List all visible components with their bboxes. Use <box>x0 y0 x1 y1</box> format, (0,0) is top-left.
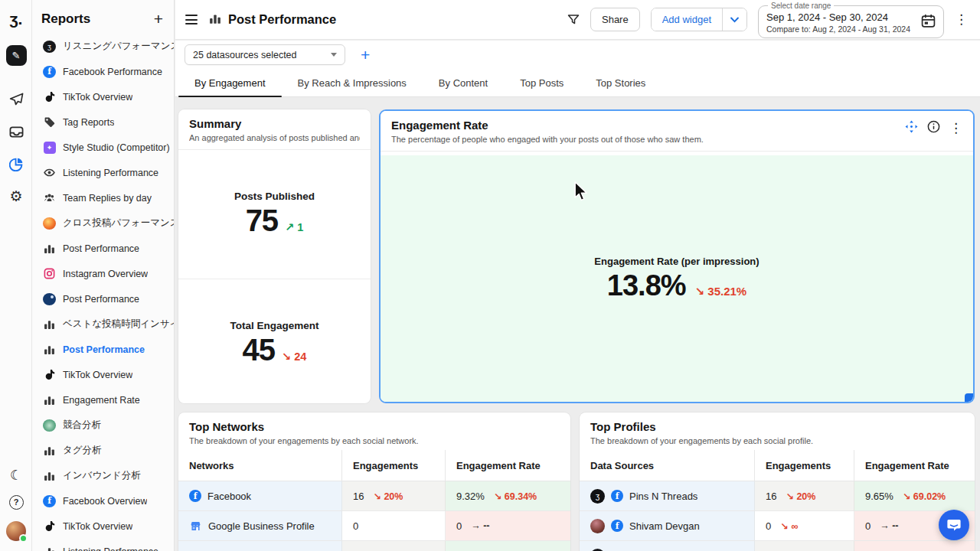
drag-move-icon[interactable] <box>905 120 918 136</box>
sidebar-item-post-performance-active[interactable]: Post Performance <box>32 337 174 362</box>
date-range-legend: Select date range <box>768 2 834 10</box>
add-widget-button[interactable]: Add widget <box>652 8 722 31</box>
sidebar-item-tag-analysis-jp[interactable]: タグ分析 <box>32 438 174 463</box>
settings-gear-icon[interactable]: ⚙ <box>0 188 32 204</box>
collapse-sidebar-icon[interactable] <box>185 15 198 24</box>
sidebar-item-tag-reports[interactable]: Tag Reports <box>32 109 174 135</box>
date-range-compare: Compare to: Aug 2, 2024 - Aug 31, 2024 <box>766 24 910 34</box>
smart-inbox-icon[interactable] <box>0 124 32 139</box>
top-profiles-subtitle: The breakdown of your engagements by eac… <box>590 436 964 445</box>
sidebar-item-team-replies[interactable]: Team Replies by day <box>32 185 174 210</box>
tiktok-icon <box>43 368 56 381</box>
top-profiles-table: Data Sources Engagements Engagement Rate… <box>580 450 975 551</box>
share-button[interactable]: Share <box>590 8 640 31</box>
sidebar-item-tiktok-overview[interactable]: TikTok Overview <box>32 84 174 109</box>
column-header[interactable]: Engagements <box>755 450 854 481</box>
tag-icon <box>43 116 56 129</box>
sidebar-item-best-time-jp[interactable]: ベストな投稿時間インサイト <box>32 311 174 337</box>
resize-handle[interactable] <box>965 393 975 403</box>
sidebar-item-listening-performance[interactable]: Listening Performance <box>32 160 174 185</box>
top-networks-title: Top Networks <box>189 420 560 433</box>
column-header[interactable]: Engagement Rate <box>854 450 975 481</box>
widget-subtitle: The percentage of people who engaged wit… <box>391 135 704 144</box>
sidebar-item-tiktok-overview-2[interactable]: TikTok Overview <box>32 362 174 387</box>
publish-plane-icon[interactable] <box>0 92 32 107</box>
tab-by-reach-impressions[interactable]: By Reach & Impressions <box>282 69 423 96</box>
summary-card[interactable]: Summary An aggregated analysis of posts … <box>178 109 371 403</box>
column-header[interactable]: Engagement Rate <box>446 450 570 481</box>
sidebar-item-tiktok-overview-3[interactable]: TikTok Overview <box>32 514 174 539</box>
sidebar-item-inbound-jp[interactable]: インバウンド分析 <box>32 463 174 488</box>
column-header[interactable]: Data Sources <box>580 450 755 481</box>
brand-logo-icon: ʒ. <box>0 9 32 29</box>
top-networks-subtitle: The breakdown of your engagements by eac… <box>189 436 560 445</box>
network-cell-facebook[interactable]: fFacebook <box>178 481 342 511</box>
add-widget-split-button: Add widget <box>651 8 747 31</box>
bar-chart-icon <box>43 318 56 331</box>
network-cell-google-business[interactable]: Google Business Profile <box>178 511 342 541</box>
tab-by-content[interactable]: By Content <box>423 69 504 96</box>
datasource-bar: 25 datasources selected + <box>175 41 980 69</box>
column-header[interactable]: Engagements <box>342 450 446 481</box>
compose-icon[interactable]: ✎ <box>0 44 32 66</box>
sidebar-item-competitor-jp[interactable]: 競合分析 <box>32 412 174 438</box>
facebook-icon: f <box>43 66 56 78</box>
sidebar-item-engagement-rate[interactable]: Engagement Rate <box>32 387 174 412</box>
info-icon[interactable] <box>927 120 940 136</box>
chevron-down-icon <box>331 53 337 57</box>
listening-badge-icon: ʒ <box>43 41 56 53</box>
chat-launcher[interactable] <box>939 510 969 540</box>
date-range-picker[interactable]: Select date range Sep 1, 2024 - Sep 30, … <box>758 2 944 38</box>
tab-top-posts[interactable]: Top Posts <box>504 69 580 96</box>
top-profiles-title: Top Profiles <box>590 420 964 433</box>
tab-by-engagement[interactable]: By Engagement <box>178 69 282 96</box>
sidebar-item-cross-post-jp[interactable]: クロス投稿パフォーマンス <box>32 210 174 236</box>
top-profiles-card[interactable]: Top Profiles The breakdown of your engag… <box>580 412 975 551</box>
emoji-icon <box>43 217 56 230</box>
dark-mode-moon-icon[interactable]: ☾ <box>0 468 32 483</box>
sidebar-item-facebook-overview[interactable]: fFacebook Overview <box>32 488 174 514</box>
green-circle-icon <box>43 419 56 432</box>
widget-body: Engagement Rate (per impression) 13.8% ↘… <box>381 155 973 402</box>
header-overflow-menu-icon[interactable]: ⋮ <box>955 11 968 28</box>
tiktok-icon <box>43 520 56 533</box>
partial-row-cell <box>342 541 446 551</box>
add-report-button[interactable]: + <box>154 11 163 27</box>
calendar-icon[interactable] <box>921 14 936 31</box>
partial-row-cell <box>178 541 342 551</box>
profile-cell-shivam-devgan[interactable]: fShivam Devgan <box>580 511 755 541</box>
engagement-rate-change: ↘ 35.21% <box>695 285 747 298</box>
sidebar-item-listening-partial[interactable]: Listening Performance <box>32 539 174 551</box>
engagement-rate-widget[interactable]: Engagement Rate The percentage of people… <box>379 109 975 403</box>
datasource-select[interactable]: 25 datasources selected <box>185 44 345 65</box>
facebook-icon: f <box>611 490 623 502</box>
sidebar-item-post-performance-1[interactable]: Post Performance <box>32 236 174 261</box>
tab-top-stories[interactable]: Top Stories <box>580 69 662 96</box>
profile-cell-pins-n-threads[interactable]: ʒfPins N Threads <box>580 481 755 511</box>
widget-overflow-menu-icon[interactable]: ⋮ <box>949 120 962 136</box>
add-widget-dropdown[interactable] <box>722 8 746 31</box>
user-avatar[interactable] <box>0 521 32 541</box>
sidebar-item-post-performance-2[interactable]: Post Performance <box>32 286 174 311</box>
bar-chart-icon <box>43 545 56 551</box>
help-icon[interactable]: ? <box>0 494 32 510</box>
posts-published-change: ↗ 1 <box>285 221 303 233</box>
main-panel: Post Performance Share Add widget Select… <box>175 0 980 551</box>
sidebar-item-style-studio[interactable]: ✦Style Studio (Competitor) <box>32 135 174 160</box>
filter-icon[interactable] <box>567 14 580 26</box>
engagement-rate-cell: 9.65%↘ 69.02% <box>854 481 975 511</box>
report-type-icon <box>209 12 221 28</box>
posts-published-value: 75 <box>246 204 279 238</box>
chat-bubble-icon <box>946 517 962 533</box>
top-networks-card[interactable]: Top Networks The breakdown of your engag… <box>178 412 570 551</box>
sidebar-item-listening-jp[interactable]: ʒリスニングパフォーマンス <box>32 34 174 59</box>
reports-pie-icon[interactable] <box>0 156 32 171</box>
add-datasource-button[interactable]: + <box>361 47 370 63</box>
top-networks-table: Networks Engagements Engagement Rate fFa… <box>178 450 570 551</box>
bar-chart-icon <box>43 469 56 482</box>
sidebar-item-facebook-performance[interactable]: fFacebook Performance <box>32 59 174 84</box>
app-window: ʒ. ✎ ⚙ ☾ ? Reports + ʒリスニングパフォーマンス fFace… <box>0 0 980 551</box>
column-header[interactable]: Networks <box>178 450 342 481</box>
posts-published-metric: Posts Published 75 ↗ 1 <box>178 150 371 279</box>
sidebar-item-instagram-overview[interactable]: Instagram Overview <box>32 261 174 286</box>
